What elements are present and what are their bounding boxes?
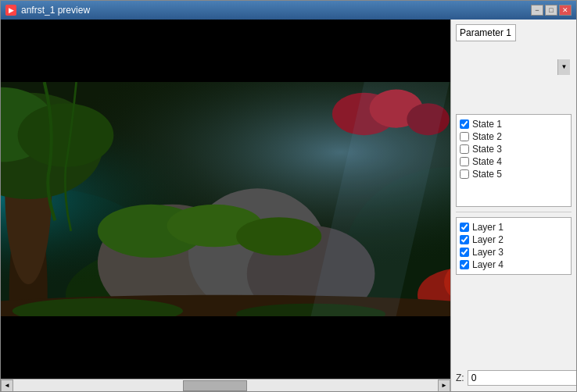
states-box: State 1 State 2 State 3 State 4 State 5 (456, 114, 572, 207)
title-bar: ▶ anfrst_1 preview − □ ✕ (1, 1, 576, 20)
state-1-checkbox[interactable] (460, 119, 469, 129)
preview-black-bottom (1, 316, 450, 379)
layer-4-label: Layer 4 (472, 259, 504, 270)
state-5-checkbox[interactable] (460, 169, 469, 179)
title-buttons: − □ ✕ (531, 5, 572, 16)
preview-black-top (1, 20, 450, 82)
right-panel: Parameter 1 Parameter 2 Parameter 3 ▼ St… (451, 20, 576, 391)
window-icon: ▶ (5, 5, 16, 16)
z-input-wrapper: ▲ ▼ (468, 370, 576, 386)
scroll-track[interactable] (13, 380, 438, 392)
state-1-label: State 1 (472, 119, 502, 130)
scroll-thumb[interactable] (183, 380, 246, 391)
layer-4-item[interactable]: Layer 4 (460, 258, 568, 271)
maximize-button[interactable]: □ (545, 5, 557, 16)
state-5-item[interactable]: State 5 (460, 168, 568, 180)
divider (456, 212, 572, 212)
z-input[interactable] (468, 370, 576, 386)
parameter-dropdown-wrapper: Parameter 1 Parameter 2 Parameter 3 ▼ (456, 24, 572, 109)
layer-1-label: Layer 1 (472, 222, 504, 233)
layer-1-item[interactable]: Layer 1 (460, 221, 568, 233)
window-title: anfrst_1 preview (21, 5, 90, 16)
spacer (456, 280, 572, 365)
main-content: ◄ ► Parameter 1 Parameter 2 Parameter 3 … (1, 20, 576, 391)
state-4-label: State 4 (472, 156, 502, 167)
scroll-right-button[interactable]: ► (438, 380, 450, 392)
layer-3-label: Layer 3 (472, 247, 504, 258)
layer-2-item[interactable]: Layer 2 (460, 233, 568, 246)
state-3-item[interactable]: State 3 (460, 143, 568, 155)
z-label: Z: (456, 372, 464, 383)
layer-2-checkbox[interactable] (460, 235, 469, 244)
layer-2-label: Layer 2 (472, 234, 504, 245)
forest-scene (1, 82, 450, 316)
state-3-checkbox[interactable] (460, 144, 469, 154)
layer-1-checkbox[interactable] (460, 223, 469, 232)
state-3-label: State 3 (472, 144, 502, 155)
state-2-label: State 2 (472, 131, 502, 142)
layers-box: Layer 1 Layer 2 Layer 3 Layer 4 (456, 217, 572, 275)
preview-container (1, 20, 450, 379)
svg-point-19 (236, 217, 321, 255)
svg-point-10 (18, 103, 114, 167)
canvas-area: ◄ ► (1, 20, 451, 391)
state-2-item[interactable]: State 2 (460, 130, 568, 143)
minimize-button[interactable]: − (531, 5, 543, 16)
scrollbar-horizontal: ◄ ► (1, 379, 450, 391)
state-5-label: State 5 (472, 169, 502, 180)
parameter-dropdown[interactable]: Parameter 1 Parameter 2 Parameter 3 (456, 24, 516, 41)
state-4-item[interactable]: State 4 (460, 155, 568, 168)
close-button[interactable]: ✕ (559, 5, 572, 16)
z-row: Z: ▲ ▼ (456, 369, 572, 387)
state-1-item[interactable]: State 1 (460, 118, 568, 130)
title-bar-left: ▶ anfrst_1 preview (5, 5, 90, 16)
scroll-left-button[interactable]: ◄ (1, 380, 13, 392)
layer-4-checkbox[interactable] (460, 260, 469, 269)
main-window: ▶ anfrst_1 preview − □ ✕ (0, 0, 577, 392)
state-4-checkbox[interactable] (460, 157, 469, 166)
layer-3-checkbox[interactable] (460, 248, 469, 257)
state-2-checkbox[interactable] (460, 132, 469, 141)
layer-3-item[interactable]: Layer 3 (460, 246, 568, 258)
dropdown-arrow-icon: ▼ (557, 59, 570, 75)
